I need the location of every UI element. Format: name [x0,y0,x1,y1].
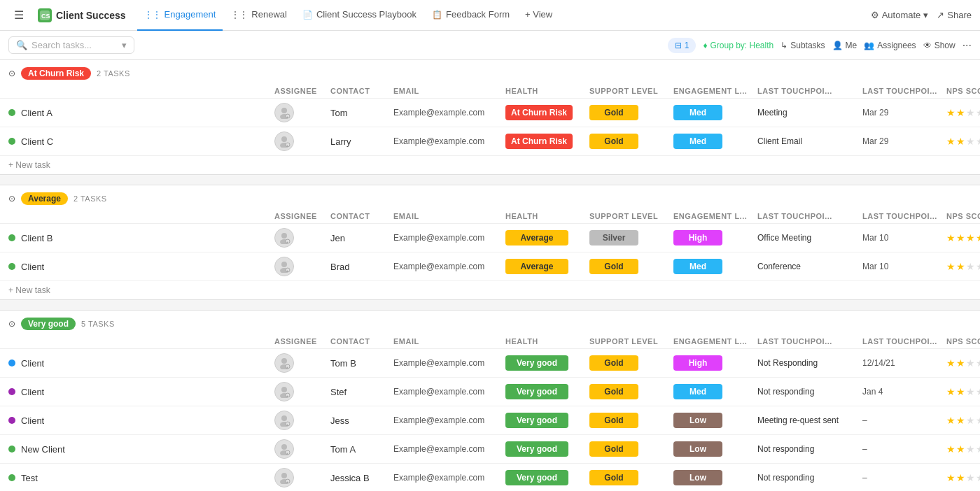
svg-point-14 [281,262,287,267]
task-name: Client A [8,108,274,118]
table-row[interactable]: Client C + Larry Example@example.com At … [0,127,980,156]
section-toggle-churn[interactable]: ⊙ [8,69,15,78]
col-header-5: SUPPORT LEVEL [589,212,673,220]
tab-engagement-label: Engagement [164,9,216,20]
filter-button[interactable]: ⊟ 1 [668,38,696,53]
assignees-label: Assignees [877,41,916,50]
engagement-badge: Med [673,105,722,120]
share-icon: ↗ [937,10,944,20]
assignees-button[interactable]: 👥 Assignees [864,41,916,50]
engagement-badge: High [673,230,722,246]
star-empty: ★ [966,415,975,426]
hamburger-menu[interactable]: ☰ [8,6,29,24]
section-task-count-average: 2 TASKS [74,194,107,203]
me-button[interactable]: 👤 Me [832,41,858,50]
more-options-button[interactable]: ··· [962,39,972,52]
table-row[interactable]: Client + Stef Example@example.com Very g… [0,378,980,406]
table-row[interactable]: Client + Tom B Example@example.com Very … [0,349,980,378]
email-cell: Example@example.com [393,358,505,368]
star-filled: ★ [956,232,965,243]
svg-text:+: + [286,269,288,273]
tab-renewal[interactable]: ⋮⋮ Renewal [224,0,294,31]
task-name: Client [8,387,274,397]
star-empty: ★ [976,107,980,118]
assignee-cell: + [274,257,330,276]
assignee-avatar: + [274,411,294,430]
contact-cell: Brad [330,262,393,272]
filter-icon: ⊟ [675,41,682,50]
share-button[interactable]: ↗ Share [937,10,972,20]
contact-cell: Tom B [330,358,393,369]
search-icon: 🔍 [16,40,27,50]
col-header-4: HEALTH [505,337,589,346]
engagement-badge: Med [673,134,722,149]
tab-view-label: + View [525,9,552,20]
col-header-5: SUPPORT LEVEL [589,87,673,95]
star-rating: ★★★★★ [946,261,980,272]
new-task-button[interactable]: + New task [0,156,980,174]
section-header-churn: ⊙ At Churn Risk 2 TASKS [0,60,980,84]
nps-cell: ★★★★★ [946,443,980,455]
tab-engagement[interactable]: ⋮⋮ Engagement [137,0,223,31]
support-badge: Gold [589,470,638,485]
engagement-badge: Low [673,470,722,485]
nps-cell: ★★★★★ [946,472,980,483]
col-header-2: CONTACT [330,212,393,220]
last-touch1-cell: Client Email [757,136,862,146]
col-header-8: LAST TOUCHPOI... [862,212,946,220]
task-label: Client [21,387,44,397]
show-button[interactable]: 👁 Show [923,41,955,50]
subtasks-button[interactable]: ↳ Subtasks [780,41,825,50]
table-row[interactable]: Test + Jessica B Example@example.com Ver… [0,464,980,491]
last-touch2-cell: Jan 4 [862,387,946,397]
section-verygood: ⊙ Very good 5 TASKS ASSIGNEECONTACTEMAIL… [0,311,980,491]
tab-playbook[interactable]: 📄 Client Success Playbook [295,0,424,31]
col-header-4: HEALTH [505,212,589,220]
playbook-icon: 📄 [302,10,313,20]
last-touch1-cell: Meeting re-quest sent [757,415,862,425]
section-toggle-verygood[interactable]: ⊙ [8,319,15,329]
section-badge-verygood: Very good [21,318,76,330]
health-cell: Very good [505,470,589,485]
last-touch2-cell: Mar 10 [862,233,946,243]
tab-feedback[interactable]: 📋 Feedback Form [425,0,517,31]
last-touch2-cell: – [862,415,946,425]
health-badge: Very good [505,470,568,485]
svg-point-34 [281,473,287,478]
task-name: New Client [8,444,274,455]
group-by-button[interactable]: ♦ Group by: Health [703,41,774,50]
svg-point-22 [281,387,287,392]
col-header-3: EMAIL [393,87,505,95]
last-touch1-cell: Not responding [757,387,862,397]
contact-cell: Larry [330,136,393,147]
col-header-7: LAST TOUCHPOI... [757,87,862,95]
filter-count: 1 [685,41,690,50]
email-cell: Example@example.com [393,262,505,271]
svg-point-30 [281,444,287,450]
automate-button[interactable]: ⚙ Automate ▾ [871,10,929,20]
search-box[interactable]: 🔍 Search tasks... ▾ [8,36,134,54]
table-row[interactable]: New Client + Tom A Example@example.com V… [0,435,980,464]
col-header-6: ENGAGEMENT L... [673,212,757,220]
task-name: Client B [8,233,274,243]
new-task-button[interactable]: + New task [0,281,980,299]
star-filled: ★ [946,472,955,483]
table-row[interactable]: Client + Brad Example@example.com Averag… [0,252,980,281]
email-cell: Example@example.com [393,473,505,483]
assignee-avatar: + [274,228,294,248]
section-header-verygood: ⊙ Very good 5 TASKS [0,311,980,334]
table-row[interactable]: Client A + Tom Example@example.com At Ch… [0,99,980,127]
last-touch2-cell: Mar 29 [862,136,946,146]
task-label: Client [21,358,44,369]
engagement-cell: Low [673,413,757,428]
star-empty: ★ [966,386,975,397]
table-row[interactable]: Client B + Jen Example@example.com Avera… [0,224,980,252]
tab-view[interactable]: + View [518,0,559,31]
svg-text:+: + [286,240,288,244]
assignee-avatar: + [274,257,294,276]
support-badge: Gold [589,355,638,371]
star-filled: ★ [946,232,955,243]
section-toggle-average[interactable]: ⊙ [8,194,15,204]
table-row[interactable]: Client + Jess Example@example.com Very g… [0,406,980,435]
automate-label: Automate [882,10,921,20]
